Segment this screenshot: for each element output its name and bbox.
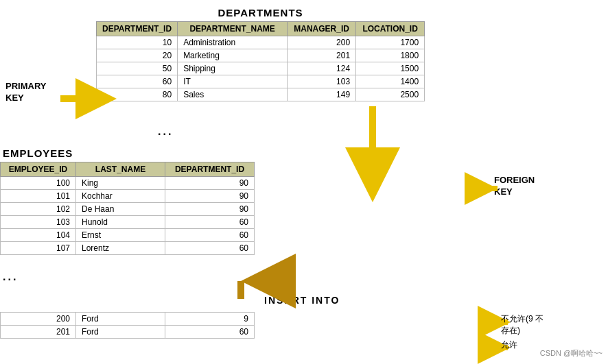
- dept-col-location-id: LOCATION_ID: [356, 22, 425, 36]
- emp-cell: 102: [1, 203, 76, 216]
- emp-row: 101Kochhar90: [1, 190, 255, 203]
- emp-cell: 90: [165, 190, 255, 203]
- dept-row: 60IT1031400: [97, 75, 425, 88]
- dept-row: 80Sales1492500: [97, 88, 425, 101]
- dept-cell: 1500: [356, 62, 425, 75]
- insert-cell: 60: [165, 326, 255, 339]
- dept-cell: 1400: [356, 75, 425, 88]
- emp-cell: De Haan: [76, 203, 165, 216]
- dept-cell: 80: [97, 88, 178, 101]
- emp-col-dept-id: DEPARTMENT_ID: [165, 162, 255, 177]
- fk-arrow: [362, 106, 383, 184]
- departments-section: DEPARTMENTS DEPARTMENT_ID DEPARTMENT_NAM…: [96, 7, 425, 101]
- emp-header-row: EMPLOYEE_ID LAST_NAME DEPARTMENT_ID: [1, 162, 255, 177]
- emp-cell: 101: [1, 190, 76, 203]
- emp-cell: 90: [165, 177, 255, 190]
- insert-row: 200Ford9: [1, 313, 255, 326]
- dept-cell: 200: [288, 36, 356, 49]
- insert-cell: 9: [165, 313, 255, 326]
- not-allowed-label: 不允许(9 不存在): [501, 313, 543, 337]
- insert-tbody: 200Ford9201Ford60: [1, 313, 255, 339]
- emp-row: 107Lorentz60: [1, 242, 255, 255]
- dept-cell: Marketing: [178, 49, 288, 62]
- insert-cell: 201: [1, 326, 76, 339]
- insert-cell: Ford: [76, 326, 165, 339]
- emp-col-emp-id: EMPLOYEE_ID: [1, 162, 76, 177]
- insert-row: 201Ford60: [1, 326, 255, 339]
- dept-cell: 60: [97, 75, 178, 88]
- dept-cell: 103: [288, 75, 356, 88]
- dept-cell: 20: [97, 49, 178, 62]
- dept-col-dept-id: DEPARTMENT_ID: [97, 22, 178, 36]
- emp-cell: 60: [165, 216, 255, 229]
- insert-cell: 200: [1, 313, 76, 326]
- dept-cell: Sales: [178, 88, 288, 101]
- dept-row: 20Marketing2011800: [97, 49, 425, 62]
- dept-cell: 1700: [356, 36, 425, 49]
- emp-row: 102De Haan90: [1, 203, 255, 216]
- emp-col-last-name: LAST_NAME: [76, 162, 165, 177]
- dept-cell: 10: [97, 36, 178, 49]
- insert-cell: Ford: [76, 313, 165, 326]
- employees-section: EMPLOYEES EMPLOYEE_ID LAST_NAME DEPARTME…: [0, 147, 255, 255]
- foreign-key-label: FOREIGNKEY: [494, 175, 535, 198]
- emp-cell: 104: [1, 229, 76, 242]
- insert-arrow: [231, 280, 251, 302]
- emp-tbody: 100King90101Kochhar90102De Haan90103Huno…: [1, 177, 255, 255]
- dots-departments: ...: [158, 125, 173, 138]
- dept-row: 50Shipping1241500: [97, 62, 425, 75]
- emp-cell: King: [76, 177, 165, 190]
- emp-cell: Ernst: [76, 229, 165, 242]
- allowed-label: 允许: [501, 339, 517, 351]
- insert-table: 200Ford9201Ford60: [0, 312, 255, 339]
- emp-cell: 60: [165, 242, 255, 255]
- emp-cell: Hunold: [76, 216, 165, 229]
- dept-cell: 1800: [356, 49, 425, 62]
- emp-cell: 100: [1, 177, 76, 190]
- dept-cell: 149: [288, 88, 356, 101]
- departments-title: DEPARTMENTS: [96, 7, 425, 19]
- primary-key-label: PRIMARYKEY: [5, 81, 46, 104]
- emp-row: 103Hunold60: [1, 216, 255, 229]
- emp-cell: Lorentz: [76, 242, 165, 255]
- insert-into-label: INSERT INTO: [264, 295, 340, 306]
- dept-header-row: DEPARTMENT_ID DEPARTMENT_NAME MANAGER_ID…: [97, 22, 425, 36]
- emp-cell: 107: [1, 242, 76, 255]
- dept-row: 10Administration2001700: [97, 36, 425, 49]
- dept-cell: Shipping: [178, 62, 288, 75]
- dept-tbody: 10Administration200170020Marketing201180…: [97, 36, 425, 101]
- insert-section: 200Ford9201Ford60: [0, 312, 255, 339]
- departments-table: DEPARTMENT_ID DEPARTMENT_NAME MANAGER_ID…: [96, 21, 425, 101]
- primary-key-arrow: [60, 92, 102, 108]
- employees-title: EMPLOYEES: [3, 147, 255, 159]
- emp-cell: 60: [165, 229, 255, 242]
- dots-employees: ...: [3, 271, 18, 283]
- dept-col-manager-id: MANAGER_ID: [288, 22, 356, 36]
- emp-row: 100King90: [1, 177, 255, 190]
- watermark: CSDN @啊哈哈~~: [540, 348, 603, 359]
- employees-table: EMPLOYEE_ID LAST_NAME DEPARTMENT_ID 100K…: [0, 162, 255, 255]
- dept-col-dept-name: DEPARTMENT_NAME: [178, 22, 288, 36]
- emp-cell: 90: [165, 203, 255, 216]
- dept-cell: 2500: [356, 88, 425, 101]
- dept-cell: Administration: [178, 36, 288, 49]
- dept-cell: 124: [288, 62, 356, 75]
- page-wrapper: DEPARTMENTS DEPARTMENT_ID DEPARTMENT_NAM…: [0, 0, 608, 364]
- foreign-key-arrow: [478, 182, 498, 197]
- emp-cell: Kochhar: [76, 190, 165, 203]
- dept-cell: IT: [178, 75, 288, 88]
- dept-cell: 201: [288, 49, 356, 62]
- emp-row: 104Ernst60: [1, 229, 255, 242]
- emp-cell: 103: [1, 216, 76, 229]
- dept-cell: 50: [97, 62, 178, 75]
